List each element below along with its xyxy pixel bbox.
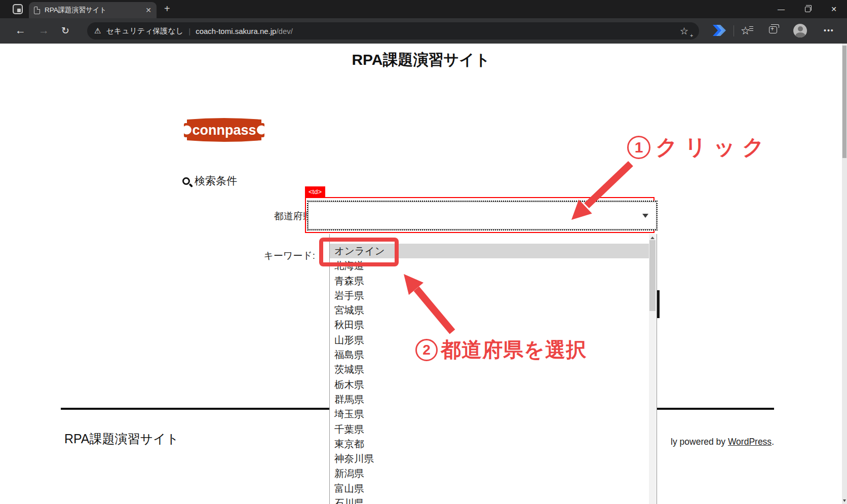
- tab-title: RPA課題演習サイト: [45, 6, 106, 15]
- dropdown-scrollbar[interactable]: [649, 234, 656, 504]
- page-favicon-icon: [34, 7, 40, 14]
- security-warning-text: セキュリティ保護なし: [106, 26, 183, 36]
- power-automate-extension-icon[interactable]: [712, 24, 726, 36]
- chevron-down-icon[interactable]: [642, 214, 648, 218]
- refresh-icon[interactable]: ↻: [61, 25, 69, 36]
- step1-number: 1: [627, 136, 650, 159]
- url-path: /dev/: [276, 27, 293, 35]
- minimize-button[interactable]: —: [768, 0, 794, 18]
- url-text[interactable]: coach-tomi.sakura.ne.jp/dev/: [196, 27, 293, 35]
- prefecture-label: 都道府県:: [238, 210, 315, 223]
- dropdown-option[interactable]: 千葉県: [330, 422, 649, 437]
- back-icon[interactable]: ←: [15, 24, 26, 36]
- keyword-label: キーワード:: [238, 249, 315, 262]
- step2-number: 2: [415, 339, 438, 361]
- tab-close-icon[interactable]: ✕: [145, 6, 151, 14]
- close-button[interactable]: ✕: [821, 0, 847, 18]
- settings-more-icon[interactable]: •••: [824, 26, 834, 34]
- dropdown-scrollbar-thumb[interactable]: [649, 240, 656, 311]
- search-conditions-heading: 検索条件: [182, 174, 237, 188]
- annotation-highlight-box: [319, 238, 399, 266]
- wordpress-link[interactable]: WordPress: [728, 437, 772, 447]
- scroll-down-icon[interactable]: [842, 497, 847, 504]
- address-bar[interactable]: ⚠ セキュリティ保護なし | coach-tomi.sakura.ne.jp/d…: [87, 22, 699, 40]
- dropdown-option[interactable]: 東京都: [330, 437, 649, 451]
- powered-by-text: ly powered by WordPress.: [671, 437, 774, 447]
- search-icon: [182, 177, 190, 185]
- prefecture-option-list: オンライン北海道青森県岩手県宮城県秋田県山形県福島県茨城県栃木県群馬県埼玉県千葉…: [330, 234, 649, 504]
- dropdown-option[interactable]: 青森県: [330, 274, 649, 288]
- new-tab-button[interactable]: +: [164, 3, 170, 15]
- page-scrollbar-thumb[interactable]: [842, 46, 846, 158]
- favorites-icon[interactable]: ☆: [741, 24, 750, 37]
- restore-icon: [805, 7, 811, 12]
- dropdown-option[interactable]: 宮城県: [330, 303, 649, 318]
- page-title: RPA課題演習サイト: [0, 50, 842, 70]
- browser-tab[interactable]: RPA課題演習サイト ✕: [29, 2, 157, 18]
- annotation-step1: 1 クリック: [627, 133, 771, 162]
- dropdown-option[interactable]: 埼玉県: [330, 407, 649, 421]
- dropdown-option[interactable]: 茨城県: [330, 362, 649, 377]
- footer-site-title: RPA課題演習サイト: [64, 431, 179, 447]
- dropdown-option[interactable]: 秋田県: [330, 318, 649, 332]
- page-scrollbar[interactable]: [842, 44, 847, 504]
- security-warning-icon[interactable]: ⚠: [94, 26, 101, 35]
- add-favorite-icon[interactable]: ☆+: [680, 25, 692, 37]
- inspector-td-badge: <td>: [305, 186, 325, 197]
- edge-workspaces-icon[interactable]: [13, 4, 23, 14]
- collections-icon[interactable]: [769, 26, 777, 33]
- dropdown-option[interactable]: 新潟県: [330, 466, 649, 481]
- dropdown-option[interactable]: 石川県: [330, 496, 649, 504]
- dropdown-option[interactable]: 神奈川県: [330, 451, 649, 466]
- prefecture-select[interactable]: [307, 201, 658, 230]
- prefecture-dropdown-panel: オンライン北海道青森県岩手県宮城県秋田県山形県福島県茨城県栃木県群馬県埼玉県千葉…: [329, 234, 657, 504]
- address-separator: |: [188, 27, 190, 35]
- svg-text:connpass: connpass: [192, 123, 256, 138]
- dropdown-option[interactable]: 群馬県: [330, 392, 649, 407]
- dropdown-option[interactable]: 岩手県: [330, 288, 649, 303]
- forward-icon: →: [38, 24, 49, 36]
- connpass-logo: connpass: [184, 115, 264, 144]
- dropdown-option[interactable]: 富山県: [330, 481, 649, 496]
- browser-window: RPA課題演習サイト ✕ + — ✕ ← → ↻ ⚠ セキュリティ保護なし | …: [0, 0, 847, 504]
- maximize-button[interactable]: [794, 0, 821, 18]
- dropdown-option[interactable]: 栃木県: [330, 377, 649, 392]
- profile-avatar[interactable]: [793, 24, 807, 37]
- annotation-step2: 2 都道府県を選択: [415, 336, 587, 364]
- toolbar-divider: [734, 25, 734, 36]
